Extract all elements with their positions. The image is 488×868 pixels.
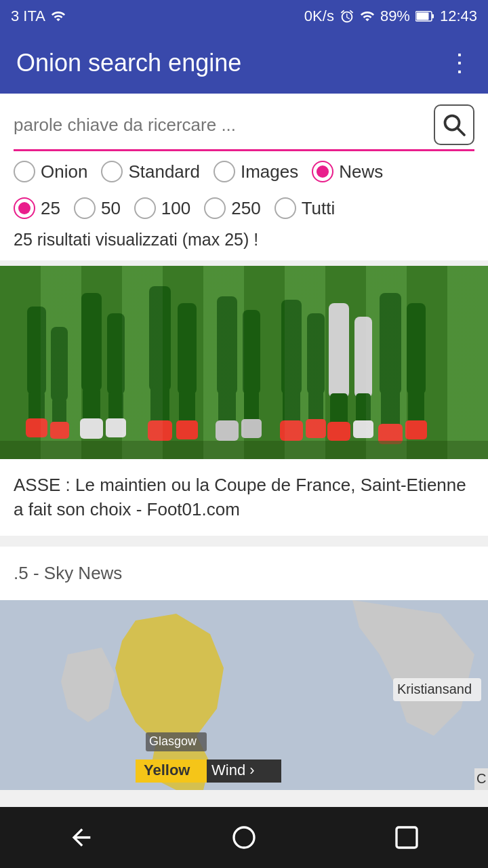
radio-news[interactable] xyxy=(312,161,333,182)
radio-tutti[interactable] xyxy=(274,197,296,219)
filter-100[interactable]: 100 xyxy=(134,197,190,219)
back-button[interactable] xyxy=(61,817,102,858)
home-button[interactable] xyxy=(224,817,264,858)
time-label: 12:43 xyxy=(440,7,477,25)
filter-50-label: 50 xyxy=(101,198,121,219)
radio-100[interactable] xyxy=(134,197,156,219)
result-card-2[interactable]: .5 - Sky News Kristiansand Glasgow Yello… xyxy=(0,547,488,790)
wifi-icon xyxy=(360,9,375,24)
radio-25[interactable] xyxy=(14,197,35,219)
status-right: 0K/s 89% 12:43 xyxy=(304,7,477,25)
svg-rect-1 xyxy=(416,13,428,20)
result-label-2: .5 - Sky News xyxy=(0,547,488,600)
back-icon xyxy=(68,824,95,851)
home-icon xyxy=(230,824,258,851)
radio-250[interactable] xyxy=(204,197,226,219)
filter-tutti[interactable]: Tutti xyxy=(274,197,336,219)
results-count-filter: 25 50 100 250 Tutti xyxy=(0,188,488,224)
filter-50[interactable]: 50 xyxy=(74,197,121,219)
svg-text:Yellow: Yellow xyxy=(144,762,190,778)
filter-images-label: Images xyxy=(241,161,298,182)
svg-line-4 xyxy=(458,128,464,135)
results-summary: 25 risultati visualizzati (max 25) ! xyxy=(0,224,488,260)
filter-news-label: News xyxy=(339,161,383,182)
result-image-skymap: Kristiansand Glasgow Yellow Wind › C xyxy=(0,600,488,790)
svg-text:Glasgow: Glasgow xyxy=(149,734,197,748)
filter-25-label: 25 xyxy=(41,198,60,219)
filter-images[interactable]: Images xyxy=(214,161,298,182)
filter-100-label: 100 xyxy=(161,198,190,219)
status-left: 3 ITA xyxy=(11,7,66,25)
filter-onion[interactable]: Onion xyxy=(14,161,87,182)
speed-label: 0K/s xyxy=(304,7,334,25)
battery-icon xyxy=(415,11,434,22)
app-bar: Onion search engine ⋮ xyxy=(0,33,488,94)
signal-icon xyxy=(51,9,66,24)
grass-decoration xyxy=(0,266,488,459)
radio-images[interactable] xyxy=(214,161,235,182)
svg-text:Wind ›: Wind › xyxy=(211,762,255,778)
recents-button[interactable] xyxy=(386,817,427,858)
filter-tutti-label: Tutti xyxy=(302,198,336,219)
app-title: Onion search engine xyxy=(16,49,241,77)
filter-news[interactable]: News xyxy=(312,161,383,182)
radio-onion[interactable] xyxy=(14,161,35,182)
filter-standard-label: Standard xyxy=(128,161,200,182)
search-row xyxy=(14,104,474,151)
search-button[interactable] xyxy=(434,104,474,145)
navigation-bar xyxy=(0,807,488,868)
search-input[interactable] xyxy=(14,115,427,136)
svg-text:C: C xyxy=(476,771,486,786)
radio-standard[interactable] xyxy=(101,161,123,182)
search-type-filter: Onion Standard Images News xyxy=(0,151,488,188)
search-area xyxy=(0,94,488,151)
overflow-menu-button[interactable]: ⋮ xyxy=(447,49,472,77)
alarm-icon xyxy=(340,9,354,24)
result-title-1: ASSE : Le maintien ou la Coupe de France… xyxy=(0,459,488,536)
radio-50[interactable] xyxy=(74,197,96,219)
svg-text:Kristiansand: Kristiansand xyxy=(397,682,472,696)
carrier-label: 3 ITA xyxy=(11,7,45,25)
filter-250-label: 250 xyxy=(231,198,260,219)
svg-rect-64 xyxy=(396,827,417,848)
search-icon xyxy=(442,113,466,137)
battery-label: 89% xyxy=(380,7,410,25)
status-bar: 3 ITA 0K/s 89% 12:43 xyxy=(0,0,488,33)
svg-rect-2 xyxy=(432,14,434,18)
filter-standard[interactable]: Standard xyxy=(101,161,200,182)
sky-weather-map: Kristiansand Glasgow Yellow Wind › C xyxy=(0,600,488,790)
result-image-football xyxy=(0,266,488,459)
filter-onion-label: Onion xyxy=(41,161,87,182)
result-card-1[interactable]: ASSE : Le maintien ou la Coupe de France… xyxy=(0,266,488,536)
results-count-text: 25 risultati visualizzati (max 25) ! xyxy=(14,230,258,249)
recents-icon xyxy=(393,824,420,851)
svg-point-63 xyxy=(234,827,254,848)
filter-25[interactable]: 25 xyxy=(14,197,60,219)
filter-250[interactable]: 250 xyxy=(204,197,260,219)
